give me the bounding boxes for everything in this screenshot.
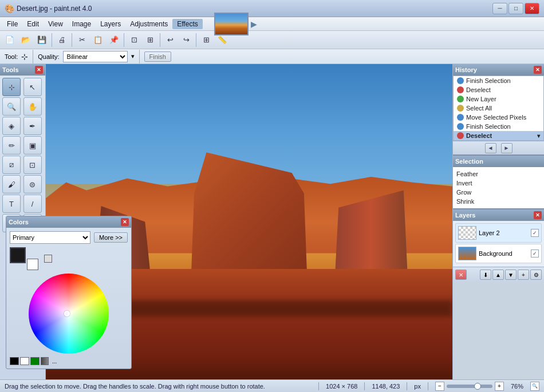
close-button[interactable]: ✕ bbox=[525, 3, 539, 14]
secondary-color-swatch[interactable] bbox=[27, 259, 38, 270]
toolbar-save[interactable]: 💾 bbox=[34, 33, 49, 47]
menu-file[interactable]: File bbox=[2, 19, 22, 29]
tool-text[interactable]: T bbox=[2, 195, 21, 213]
status-sep1 bbox=[318, 382, 319, 390]
zoom-slider[interactable] bbox=[447, 385, 492, 388]
tool-smudge[interactable]: ⊜ bbox=[23, 175, 42, 193]
maximize-button[interactable]: □ bbox=[508, 3, 523, 14]
selection-grow[interactable]: Grow bbox=[453, 188, 544, 197]
history-item[interactable]: Select All bbox=[454, 104, 543, 113]
status-dimensions: 1024 × 768 bbox=[326, 383, 357, 390]
history-item[interactable]: New Layer bbox=[454, 94, 543, 104]
menu-adjustments[interactable]: Adjustments bbox=[125, 19, 172, 29]
tool-eraser[interactable]: ▣ bbox=[23, 136, 42, 155]
menu-layers[interactable]: Layers bbox=[96, 19, 125, 29]
colors-more-button[interactable]: More >> bbox=[94, 232, 128, 243]
toolbar-paste[interactable]: 📌 bbox=[107, 33, 121, 47]
minimize-button[interactable]: ─ bbox=[492, 3, 507, 14]
layer-2-name: Layer 2 bbox=[479, 229, 529, 236]
toolbar-redo[interactable]: ↪ bbox=[179, 33, 194, 47]
layer-2-thumb bbox=[458, 226, 476, 240]
selection-panel: Selection Feather Invert Grow Shrink bbox=[453, 156, 544, 209]
layers-list: Layer 2 ✓ Background ✓ bbox=[453, 221, 544, 267]
palette-gradient[interactable] bbox=[41, 357, 49, 365]
layer-settings-button[interactable]: ⚙ bbox=[530, 270, 542, 280]
tool-zoom[interactable]: 🔍 bbox=[2, 97, 21, 116]
selection-feather[interactable]: Feather bbox=[453, 169, 544, 179]
sep5 bbox=[196, 33, 196, 47]
background-visible-toggle[interactable]: ✓ bbox=[531, 250, 539, 258]
menu-effects[interactable]: Effects bbox=[172, 19, 202, 29]
menu-edit[interactable]: Edit bbox=[22, 19, 44, 29]
tool-arrow[interactable]: ↖ bbox=[23, 78, 42, 96]
colors-close-button[interactable]: ✕ bbox=[121, 218, 129, 226]
tool-clone[interactable]: ✒ bbox=[23, 117, 42, 135]
history-title: History bbox=[455, 66, 477, 73]
toolbar-new[interactable]: 📄 bbox=[2, 33, 17, 47]
primary-color-swatch[interactable] bbox=[10, 247, 26, 263]
history-item[interactable]: Finish Selection bbox=[454, 76, 543, 85]
colors-swatches-row bbox=[10, 247, 128, 270]
quality-arrow: ▾ bbox=[131, 53, 135, 60]
tool-paintbrush[interactable]: 🖌 bbox=[2, 175, 21, 193]
toolbar-resize[interactable]: ⊞ bbox=[143, 33, 157, 47]
finish-button[interactable]: Finish bbox=[144, 52, 171, 62]
toolbar-grid[interactable]: ⊞ bbox=[199, 33, 214, 47]
history-item[interactable]: Finish Selection bbox=[454, 122, 543, 131]
toolbar-undo[interactable]: ↩ bbox=[163, 33, 178, 47]
toolbar-cut[interactable]: ✂ bbox=[74, 33, 89, 47]
menu-image[interactable]: Image bbox=[68, 19, 96, 29]
sep3 bbox=[124, 33, 124, 47]
history-item-label: Finish Selection bbox=[466, 77, 511, 84]
zoom-out-button[interactable]: − bbox=[435, 382, 444, 391]
toolbar-crop[interactable]: ⊡ bbox=[127, 33, 141, 47]
colors-panel-header: Colors ✕ bbox=[6, 216, 131, 228]
tool-line[interactable]: / bbox=[23, 195, 42, 213]
tool-rect-select[interactable]: ⊹ bbox=[2, 78, 21, 96]
layer-add-button[interactable]: + bbox=[518, 270, 529, 280]
zoom-in-button[interactable]: + bbox=[495, 382, 504, 391]
tool-pan[interactable]: ✋ bbox=[23, 97, 42, 116]
toolbar-copy[interactable]: 📋 bbox=[90, 33, 105, 47]
zoom-reset-button[interactable]: 🔍 bbox=[530, 382, 539, 391]
history-redo-button[interactable]: ► bbox=[501, 143, 513, 153]
palette-more[interactable]: ... bbox=[50, 357, 59, 365]
history-item[interactable]: Move Selected Pixels bbox=[454, 113, 543, 122]
history-list: Finish Selection Deselect New Layer Sele… bbox=[453, 76, 544, 141]
history-undo-button[interactable]: ◄ bbox=[485, 143, 496, 153]
history-item[interactable]: Deselect bbox=[454, 85, 543, 94]
tool-magic-wand[interactable]: ◈ bbox=[2, 117, 21, 135]
layer-up-button[interactable]: ▲ bbox=[492, 270, 504, 280]
history-close-button[interactable]: ✕ bbox=[534, 66, 542, 74]
toolbar-print[interactable]: 🖨 bbox=[54, 33, 69, 47]
history-panel: History ✕ Finish Selection Deselect New … bbox=[453, 64, 544, 156]
tool-paintbucket[interactable]: ⧄ bbox=[2, 156, 21, 174]
palette-swatch-white[interactable] bbox=[20, 357, 29, 365]
status-sep4 bbox=[428, 382, 428, 390]
toolbar-open[interactable]: 📂 bbox=[18, 33, 33, 47]
palette-swatch-black[interactable] bbox=[10, 357, 19, 365]
history-item-current[interactable]: Deselect ▾ bbox=[454, 131, 543, 140]
layer-2-item[interactable]: Layer 2 ✓ bbox=[455, 223, 542, 243]
menu-view[interactable]: View bbox=[44, 19, 68, 29]
color-wheel[interactable] bbox=[29, 274, 109, 354]
layer-delete-button[interactable]: ✕ bbox=[455, 270, 467, 280]
background-layer-item[interactable]: Background ✓ bbox=[455, 244, 542, 263]
quality-select[interactable]: Bilinear Nearest Neighbor Bicubic bbox=[63, 51, 128, 62]
selection-shrink[interactable]: Shrink bbox=[453, 197, 544, 206]
layer-down-button[interactable]: ▼ bbox=[505, 270, 517, 280]
palette-swatch-green[interactable] bbox=[30, 357, 40, 365]
layer-2-visible-toggle[interactable]: ✓ bbox=[531, 229, 539, 237]
swap-colors-button[interactable] bbox=[44, 255, 52, 263]
layers-close-button[interactable]: ✕ bbox=[534, 211, 542, 219]
tool-label: Tool: bbox=[5, 53, 18, 60]
tools-close-button[interactable]: ✕ bbox=[35, 66, 43, 74]
colors-panel: Colors ✕ Primary Secondary More >> bbox=[6, 216, 132, 369]
colors-mode-select[interactable]: Primary Secondary bbox=[10, 231, 90, 244]
zoom-control: − + bbox=[435, 382, 504, 391]
layer-merge-button[interactable]: ⬇ bbox=[480, 270, 491, 280]
layers-panel-header: Layers ✕ bbox=[453, 209, 544, 221]
tool-pencil[interactable]: ✏ bbox=[2, 136, 21, 155]
tool-gradient[interactable]: ⊡ bbox=[23, 156, 42, 174]
selection-invert[interactable]: Invert bbox=[453, 179, 544, 188]
